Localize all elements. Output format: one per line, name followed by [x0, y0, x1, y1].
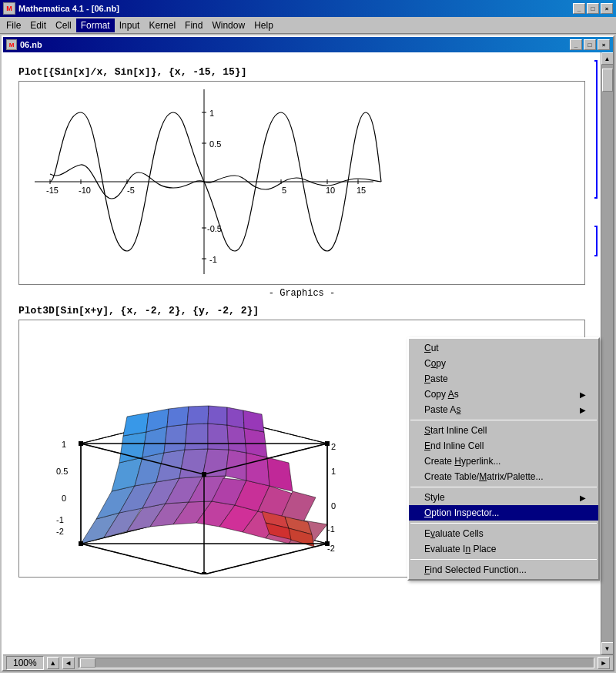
app-title-bar: M Mathematica 4.1 - [06.nb] _ □ ×: [0, 0, 616, 17]
cell1-input: Plot[{Sin[x]/x, Sin[x]}, {x, -15, 15}]: [18, 66, 585, 78]
svg-line-72: [81, 544, 204, 574]
menu-find[interactable]: Find: [180, 18, 207, 32]
doc-icon: M: [6, 39, 17, 50]
svg-marker-57: [208, 424, 229, 450]
svg-text:-15: -15: [46, 186, 59, 195]
svg-rect-96: [325, 541, 330, 546]
menu-cell[interactable]: Cell: [51, 18, 76, 32]
ctx-start-inline[interactable]: Start Inline Cell: [409, 423, 598, 438]
doc-minimize-button[interactable]: _: [570, 39, 582, 50]
cell-bracket-2: [593, 226, 599, 264]
menu-window[interactable]: Window: [207, 18, 249, 32]
doc-title: 06.nb: [20, 40, 570, 49]
svg-marker-66: [243, 410, 264, 432]
svg-text:-10: -10: [79, 186, 91, 195]
svg-rect-97: [202, 472, 206, 477]
ctx-sep-1: [410, 420, 597, 420]
main-container: M 06.nb _ □ × Plot[{Sin[x]/x, Sin[x]}, {…: [0, 34, 616, 673]
app-title: Mathematica 4.1 - [06.nb]: [18, 4, 573, 13]
scroll-down-button[interactable]: ▼: [601, 642, 614, 655]
svg-marker-62: [167, 407, 189, 427]
svg-text:10: 10: [326, 186, 335, 195]
svg-marker-60: [123, 413, 149, 436]
ctx-paste[interactable]: Paste: [409, 371, 598, 387]
svg-marker-52: [267, 457, 293, 491]
ctx-sep-2: [410, 487, 597, 487]
scrollbar-right[interactable]: ▲ ▼: [601, 52, 613, 655]
menu-input[interactable]: Input: [115, 18, 145, 32]
ctx-paste-as[interactable]: Paste As ▶: [409, 402, 598, 417]
ctx-create-table[interactable]: Create Table/Matrix/Palette...: [409, 469, 598, 484]
menu-bar: File Edit Cell Format Input Kernel Find …: [0, 17, 616, 34]
doc-title-bar: M 06.nb _ □ ×: [3, 37, 613, 52]
svg-text:15: 15: [357, 186, 366, 195]
title-bar-buttons: _ □ ×: [573, 3, 613, 14]
svg-marker-55: [164, 424, 187, 453]
context-menu: Cut Copy Paste Copy As ▶ Paste As ▶: [407, 337, 600, 581]
svg-text:0: 0: [62, 494, 66, 503]
svg-text:5: 5: [282, 186, 286, 195]
scroll-thumb[interactable]: [602, 69, 613, 92]
svg-rect-94: [325, 441, 330, 446]
ctx-evaluate-cells[interactable]: Evaluate Cells: [409, 526, 598, 541]
horizontal-scroll-thumb[interactable]: [80, 658, 95, 668]
menu-kernel[interactable]: Kernel: [144, 18, 180, 32]
ctx-end-inline[interactable]: End Inline Cell: [409, 438, 598, 454]
svg-marker-56: [185, 424, 208, 450]
document-window: M 06.nb _ □ × Plot[{Sin[x]/x, Sin[x]}, {…: [2, 35, 614, 671]
menu-help[interactable]: Help: [249, 18, 278, 32]
svg-marker-59: [244, 428, 267, 457]
svg-text:-2: -2: [56, 527, 64, 536]
doc-close-button[interactable]: ×: [598, 39, 610, 50]
svg-text:1: 1: [62, 440, 66, 449]
svg-text:0.5: 0.5: [56, 467, 68, 476]
doc-title-buttons: _ □ ×: [570, 39, 610, 50]
doc-maximize-button[interactable]: □: [584, 39, 596, 50]
scroll-track[interactable]: [601, 65, 613, 642]
minimize-button[interactable]: _: [573, 3, 585, 14]
ctx-evaluate-in-place[interactable]: Evaluate In Place: [409, 541, 598, 557]
svg-marker-65: [227, 407, 244, 428]
svg-line-73: [204, 544, 327, 574]
svg-text:0: 0: [331, 501, 336, 511]
ctx-style[interactable]: Style ▶: [409, 490, 598, 505]
style-arrow: ▶: [580, 494, 586, 502]
svg-text:1: 1: [331, 467, 336, 476]
svg-rect-95: [79, 541, 83, 546]
ctx-find-selected[interactable]: Find Selected Function...: [409, 562, 598, 578]
svg-marker-64: [208, 406, 227, 425]
paste-as-arrow: ▶: [580, 406, 586, 414]
ctx-create-hyperlink[interactable]: Create Hyperlink...: [409, 454, 598, 469]
svg-text:0.5: 0.5: [209, 139, 221, 149]
horizontal-scroll-track[interactable]: [78, 658, 594, 668]
menu-file[interactable]: File: [2, 18, 25, 32]
zoom-up-button[interactable]: ▲: [47, 657, 59, 669]
svg-rect-93: [79, 441, 83, 446]
scroll-right-button[interactable]: ►: [598, 657, 610, 669]
copy-as-arrow: ▶: [580, 390, 586, 399]
maximize-button[interactable]: □: [587, 3, 599, 14]
app-icon: M: [3, 2, 15, 15]
plot1-svg: -10 -5 5 10 15 -15 1 0.5: [19, 82, 389, 282]
graphics-label: - Graphics -: [18, 288, 585, 299]
ctx-copy[interactable]: Copy: [409, 356, 598, 371]
ctx-cut[interactable]: Cut: [409, 340, 598, 356]
svg-marker-63: [187, 406, 209, 424]
menu-format[interactable]: Format: [76, 18, 115, 32]
plot1-container[interactable]: -10 -5 5 10 15 -15 1 0.5: [18, 81, 585, 285]
scroll-left-button[interactable]: ◄: [62, 657, 75, 669]
svg-text:2: 2: [331, 442, 336, 451]
svg-marker-51: [246, 453, 270, 486]
ctx-sep-4: [410, 559, 597, 560]
status-bar: 100% ▲ ◄ ►: [3, 655, 613, 670]
svg-rect-98: [202, 572, 206, 574]
content-area: Plot[{Sin[x]/x, Sin[x]}, {x, -15, 15}] -…: [3, 52, 613, 655]
close-button[interactable]: ×: [601, 3, 613, 14]
ctx-option-inspector[interactable]: Option Inspector...: [409, 505, 598, 521]
plot2-svg: 1 0.5 0 -1 -2 0 1 2 2 1 0 -1: [19, 320, 389, 574]
svg-marker-58: [227, 425, 246, 453]
zoom-level: 100%: [6, 656, 44, 670]
menu-edit[interactable]: Edit: [25, 18, 51, 32]
ctx-copy-as[interactable]: Copy As ▶: [409, 387, 598, 402]
scroll-up-button[interactable]: ▲: [601, 52, 614, 65]
